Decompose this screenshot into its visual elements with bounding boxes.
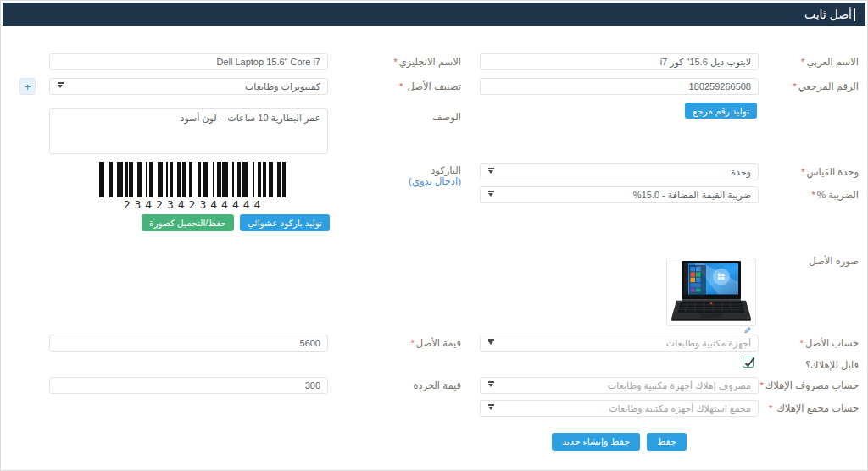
unit-label: وحدة القياس* <box>801 166 859 178</box>
save-barcode-image-button[interactable]: حفظ/التحميل كصورة <box>142 214 234 231</box>
form-actions: حفظ حفظ وإنشاء جديد <box>480 433 759 451</box>
asset-category-select[interactable]: كمبيوترات وطابعات <box>49 78 328 95</box>
asset-value-input[interactable] <box>49 335 328 352</box>
tax-select[interactable]: ضريبة القيمة المضافة - 15.0% <box>480 186 759 203</box>
depreciable-checkbox[interactable] <box>743 357 754 368</box>
english-name-input[interactable] <box>49 53 328 70</box>
tax-label: الضريبة %* <box>811 189 859 201</box>
page-title-text: أصل ثابت <box>804 8 852 21</box>
generate-barcode-button[interactable]: توليد باركود عشوائي <box>240 214 330 231</box>
barcode-svg <box>99 162 289 197</box>
save-and-new-button[interactable]: حفظ وإنشاء جديد <box>552 433 640 451</box>
add-category-button[interactable]: + <box>19 78 36 95</box>
chevron-down-icon <box>488 407 493 413</box>
depreciable-label: قابل للإهلاك؟ <box>805 359 859 371</box>
laptop-image <box>669 260 754 324</box>
depreciation-expense-account-select[interactable]: مصروف إهلاك أجهزة مكتبية وطابعات <box>480 377 759 394</box>
asset-account-select[interactable]: أجهزة مكتبية وطابعات <box>480 335 759 352</box>
asset-value-label: قيمة الأصل* <box>411 337 462 349</box>
accumulated-depreciation-account-label: حساب مجمع الإهلاك * <box>769 402 859 414</box>
description-label: الوصف <box>432 111 461 123</box>
fixed-asset-page: أصل ثابت الاسم العربي* الرقم المرجعي* وح… <box>0 0 868 471</box>
page-title: أصل ثابت <box>804 3 855 26</box>
arabic-name-input[interactable] <box>480 53 759 70</box>
chevron-down-icon <box>488 193 493 199</box>
description-textarea[interactable]: عمر البطارية 10 ساعات - لون أسود <box>49 108 328 154</box>
asset-category-label: تصنيف الأصل * <box>399 80 461 92</box>
text-cursor <box>854 8 855 21</box>
arabic-name-label: الاسم العربي* <box>801 56 859 68</box>
chevron-down-icon <box>488 384 493 390</box>
barcode-manual-entry-link[interactable]: (ادخال يدوي) <box>409 175 461 187</box>
english-name-label: الاسم الانجليزي* <box>393 56 461 68</box>
scrap-value-label: قيمة الخردة <box>413 380 461 391</box>
asset-image-label: صوره الأصل <box>809 255 859 267</box>
asset-account-label: حساب الأصل* <box>800 337 859 349</box>
reference-number-label: الرقم المرجعي* <box>793 80 859 92</box>
depreciation-expense-account-label: حساب مصروف الإهلاك* <box>760 380 859 391</box>
scrap-value-input[interactable] <box>49 377 328 394</box>
barcode-block: 2342342344444 <box>99 162 289 211</box>
barcode-number: 2342342344444 <box>99 198 289 211</box>
asset-image-thumbnail <box>666 258 756 326</box>
generate-reference-button[interactable]: توليد رقم مرجع <box>685 103 757 119</box>
unit-select[interactable]: وحدة <box>480 163 759 180</box>
reference-number-input[interactable] <box>480 78 759 95</box>
check-icon <box>743 357 754 368</box>
top-header-bar: أصل ثابت <box>3 3 865 26</box>
barcode-label: الباركود <box>431 164 461 176</box>
chevron-down-icon <box>58 85 63 91</box>
chevron-down-icon <box>488 170 493 176</box>
accumulated-depreciation-account-select[interactable]: مجمع استهلاك أجهزة مكتبية وطابعات <box>480 400 759 417</box>
save-button[interactable]: حفظ <box>647 433 687 451</box>
chevron-down-icon <box>488 341 493 347</box>
